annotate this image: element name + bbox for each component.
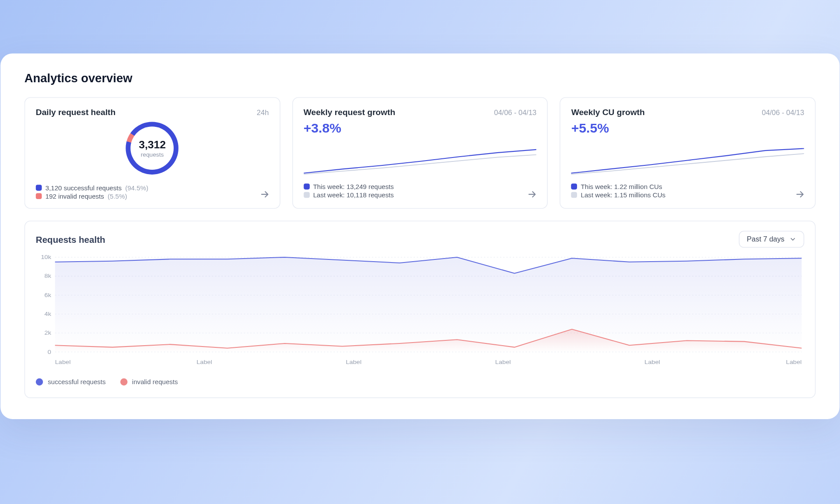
legend-text: Last week: 10,118 requests (313, 191, 394, 198)
arrow-right-icon (259, 189, 270, 200)
svg-text:0: 0 (48, 348, 51, 355)
delta-value: +5.5% (571, 121, 804, 136)
legend-pct: (94.5%) (125, 184, 148, 191)
card-legend: 3,120 successful requests (94.5%) 192 in… (36, 183, 269, 201)
legend-label: invalid requests (132, 378, 178, 385)
time-range-label: Past 7 days (747, 235, 784, 243)
delta-value: +3.8% (304, 121, 536, 136)
card-legend: This week: 13,249 requests Last week: 10… (304, 182, 536, 200)
legend-text: This week: 13,249 requests (313, 183, 394, 190)
sparkline-chart (304, 144, 536, 179)
legend-dot-success (36, 185, 42, 191)
kpi-row: Daily request health 24h 3,312 requests … (24, 97, 816, 209)
sparkline-chart (571, 144, 804, 179)
legend-text: 3,120 successful requests (46, 184, 122, 191)
card-weekly-cu-growth: Weekly CU growth 04/06 - 04/13 +5.5% Thi… (560, 97, 816, 209)
svg-text:Label: Label (346, 358, 361, 365)
legend-text: This week: 1.22 million CUs (581, 183, 662, 190)
arrow-right-icon (794, 189, 805, 200)
card-details-button[interactable] (793, 188, 806, 201)
legend-text: Last week: 1.15 millions CUs (581, 191, 665, 198)
card-legend: This week: 1.22 million CUs Last week: 1… (571, 182, 804, 200)
chart-title: Requests health (36, 234, 105, 244)
card-title: Weekly CU growth (571, 108, 645, 117)
legend-dot-this-week (304, 183, 310, 189)
card-meta: 24h (257, 108, 269, 117)
svg-text:6k: 6k (45, 291, 52, 298)
card-details-button[interactable] (258, 188, 271, 201)
card-title: Daily request health (36, 108, 116, 117)
legend-dot-success (36, 378, 43, 385)
card-daily-health: Daily request health 24h 3,312 requests … (24, 97, 280, 209)
legend-pct: (5.5%) (108, 192, 127, 200)
chevron-down-icon (789, 236, 796, 243)
svg-text:Label: Label (495, 358, 511, 365)
legend-label: successful requests (48, 378, 105, 385)
svg-text:Label: Label (55, 358, 71, 365)
page-title: Analytics overview (24, 71, 816, 85)
card-details-button[interactable] (526, 188, 539, 201)
time-range-selector[interactable]: Past 7 days (739, 231, 804, 248)
card-meta: 04/06 - 04/13 (494, 108, 536, 117)
chart-legend: successful requests invalid requests (36, 378, 804, 385)
svg-text:4k: 4k (45, 310, 52, 317)
legend-dot-last-week (304, 192, 310, 198)
svg-text:Label: Label (786, 358, 802, 365)
svg-text:Label: Label (644, 358, 660, 365)
card-weekly-request-growth: Weekly request growth 04/06 - 04/13 +3.8… (292, 97, 548, 209)
legend-dot-last-week (571, 192, 578, 198)
donut-label: requests (141, 151, 164, 158)
svg-text:2k: 2k (45, 329, 52, 336)
svg-text:8k: 8k (45, 273, 52, 279)
card-title: Weekly request growth (304, 108, 396, 117)
svg-text:10k: 10k (41, 254, 52, 260)
svg-text:Label: Label (196, 358, 212, 365)
legend-text: 192 invalid requests (46, 192, 104, 200)
donut-value: 3,312 (139, 139, 166, 151)
donut-chart: 3,312 requests (126, 122, 179, 175)
card-requests-health: Requests health Past 7 days (24, 220, 816, 398)
arrow-right-icon (527, 189, 538, 200)
requests-health-chart: 02k4k6k8k10kLabelLabelLabelLabelLabelLab… (36, 254, 804, 368)
legend-dot-invalid (36, 193, 42, 199)
legend-dot-invalid (120, 378, 127, 385)
legend-dot-this-week (571, 183, 578, 189)
card-meta: 04/06 - 04/13 (762, 108, 804, 117)
analytics-panel: Analytics overview Daily request health … (0, 53, 840, 419)
